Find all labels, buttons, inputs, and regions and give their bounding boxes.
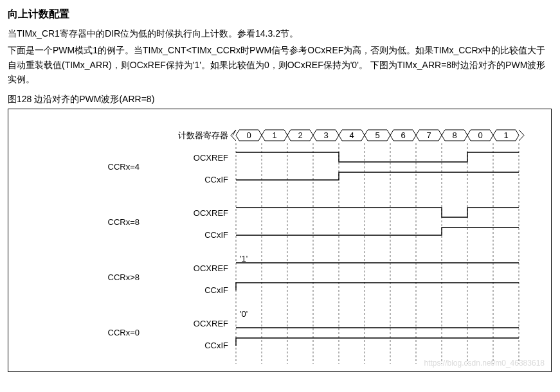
ccxif-waveform bbox=[236, 227, 519, 235]
counter-value: 6 bbox=[401, 130, 405, 140]
figure-caption: 图128 边沿对齐的PWM波形(ARR=8) bbox=[8, 92, 552, 106]
paragraph-1: 当TIMx_CR1寄存器中的DIR位为低的时候执行向上计数。参看14.3.2节。 bbox=[8, 26, 552, 40]
group-label: CCRx=0 bbox=[108, 328, 140, 337]
ocxref-annot: '0' bbox=[240, 309, 248, 319]
timing-diagram: 计数器寄存器01234567801CCRx=4OCXREFCCxIFCCRx=8… bbox=[8, 109, 552, 372]
counter-value: 2 bbox=[298, 130, 302, 140]
counter-value: 1 bbox=[503, 130, 508, 140]
counter-value: 4 bbox=[349, 130, 354, 140]
ccxif-waveform bbox=[236, 172, 519, 180]
counter-value: 0 bbox=[478, 130, 482, 140]
ocxref-waveform bbox=[236, 152, 519, 162]
watermark: https://blog.csdn.net/m0_46383618 bbox=[424, 359, 545, 368]
group-label: CCRx=4 bbox=[108, 162, 140, 172]
section-title: 向上计数配置 bbox=[8, 8, 552, 21]
ccxif-label: CCxIF bbox=[204, 285, 228, 295]
svg-line-2 bbox=[519, 130, 524, 136]
ocxref-annot: '1' bbox=[240, 254, 248, 263]
ocxref-label: OCXREF bbox=[194, 153, 228, 163]
counter-value: 1 bbox=[272, 130, 276, 140]
ocxref-label: OCXREF bbox=[194, 319, 228, 328]
ocxref-label: OCXREF bbox=[194, 263, 228, 273]
counter-label: 计数器寄存器 bbox=[178, 130, 228, 140]
ocxref-waveform bbox=[236, 208, 519, 217]
ccxif-waveform bbox=[236, 338, 519, 346]
counter-value: 0 bbox=[246, 130, 251, 140]
svg-line-3 bbox=[519, 135, 524, 141]
ccxif-label: CCxIF bbox=[204, 175, 228, 184]
ccxif-waveform bbox=[236, 283, 519, 290]
counter-value: 7 bbox=[426, 130, 431, 140]
group-label: CCRx>8 bbox=[108, 272, 140, 282]
ocxref-label: OCXREF bbox=[194, 208, 228, 218]
ccxif-label: CCxIF bbox=[204, 341, 228, 350]
svg-line-1 bbox=[231, 135, 236, 141]
counter-value: 5 bbox=[375, 130, 379, 140]
counter-value: 3 bbox=[323, 130, 328, 140]
group-label: CCRx=8 bbox=[108, 217, 140, 227]
paragraph-2: 下面是一个PWM模式1的例子。当TIMx_CNT<TIMx_CCRx时PWM信号… bbox=[8, 43, 552, 86]
ccxif-label: CCxIF bbox=[204, 230, 228, 240]
counter-value: 8 bbox=[452, 130, 456, 140]
